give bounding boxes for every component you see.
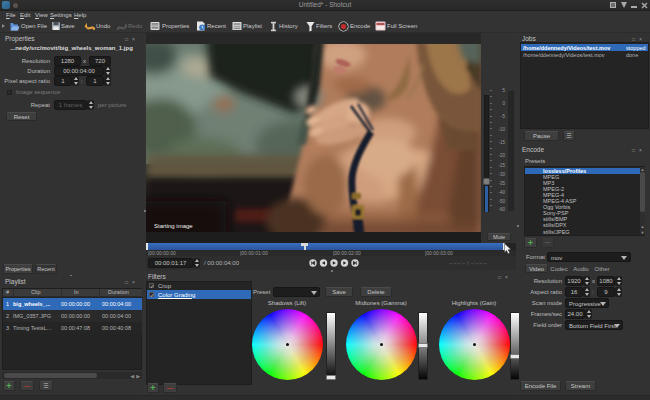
svg-text:Starting image: Starting image <box>154 223 193 229</box>
